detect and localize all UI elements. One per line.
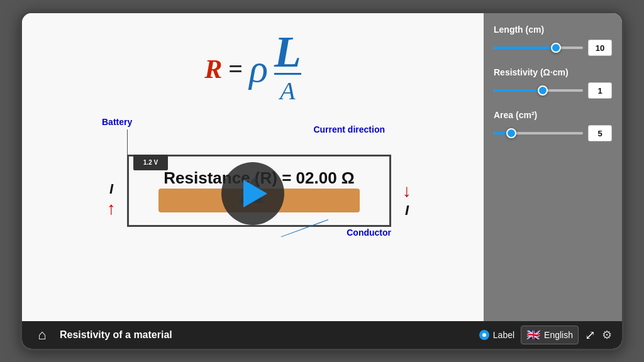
area-value: 5 (588, 125, 612, 141)
resistivity-value: 1 (588, 82, 612, 99)
conductor-label: Conductor (347, 228, 391, 238)
length-label: Length (cm) (494, 25, 612, 35)
app-title: Resistivity of a material (60, 329, 172, 341)
battery-label: Battery (102, 117, 132, 127)
conductor-label-line (281, 219, 329, 237)
label-radio-icon (479, 330, 489, 340)
flag-icon: 🇬🇧 (526, 328, 540, 342)
formula-area: R = ρ L A (22, 13, 484, 112)
formula-equals: = (228, 54, 243, 84)
play-button[interactable] (221, 162, 284, 225)
current-I-right: I (405, 202, 409, 219)
current-arrow-up: ↑ (107, 199, 116, 219)
bottom-right: Label 🇬🇧 English ⤢ ⚙ (479, 326, 612, 344)
settings-icon[interactable]: ⚙ (602, 328, 612, 342)
formula-L: L (274, 32, 301, 72)
length-value: 10 (588, 40, 612, 56)
play-triangle-icon (243, 180, 267, 207)
area-slider-thumb[interactable] (506, 128, 516, 138)
resistivity-slider-track (494, 89, 583, 92)
simulation-area: R = ρ L A Battery Current direction (22, 13, 484, 321)
label-text: Label (493, 330, 514, 340)
area-row: 5 (494, 125, 612, 141)
circuit-area: Battery Current direction 1.2 V Resistan… (77, 112, 429, 275)
length-slider-thumb[interactable] (551, 43, 561, 53)
bottom-left: ⌂ Resistivity of a material (32, 325, 172, 345)
language-selector[interactable]: 🇬🇧 English (521, 326, 579, 344)
home-icon: ⌂ (38, 327, 46, 343)
formula-R: R (204, 54, 222, 84)
bottom-bar: ⌂ Resistivity of a material Label 🇬🇧 Eng… (22, 321, 622, 349)
current-right: ↓ I (402, 181, 411, 219)
resistivity-row: 1 (494, 82, 612, 99)
area-slider-track (494, 132, 583, 134)
length-control: Length (cm) 10 (494, 25, 612, 56)
area-slider[interactable] (494, 127, 583, 140)
formula-divider (274, 73, 301, 75)
current-left: I ↑ (107, 181, 116, 219)
home-button[interactable]: ⌂ (32, 325, 52, 345)
resistivity-slider-fill (494, 89, 543, 92)
main-content: R = ρ L A Battery Current direction (22, 13, 622, 321)
length-row: 10 (494, 40, 612, 56)
current-direction-label: Current direction (313, 124, 385, 134)
resistivity-control: Resistivity (Ω·cm) 1 (494, 67, 612, 99)
resistivity-slider-thumb[interactable] (538, 85, 548, 96)
formula-A: A (280, 76, 295, 106)
formula-rho: ρ (249, 47, 268, 91)
area-control: Area (cm²) 5 (494, 110, 612, 141)
resistivity-slider[interactable] (494, 84, 583, 97)
fullscreen-icon[interactable]: ⤢ (585, 327, 596, 343)
current-I-left: I (109, 181, 113, 197)
resistivity-label: Resistivity (Ω·cm) (494, 67, 612, 77)
language-label: English (544, 330, 573, 340)
label-toggle[interactable]: Label (479, 330, 514, 340)
length-slider-track (494, 47, 583, 49)
current-arrow-down: ↓ (402, 181, 411, 201)
length-slider[interactable] (494, 41, 583, 54)
length-slider-fill (494, 47, 556, 49)
area-label: Area (cm²) (494, 110, 612, 120)
bottom-wire (127, 225, 391, 227)
right-panel: Length (cm) 10 Resistivity (Ω·cm) (484, 13, 622, 321)
label-radio-inner (482, 333, 486, 337)
app-container: R = ρ L A Battery Current direction (20, 11, 624, 351)
formula-fraction: L A (274, 32, 301, 106)
